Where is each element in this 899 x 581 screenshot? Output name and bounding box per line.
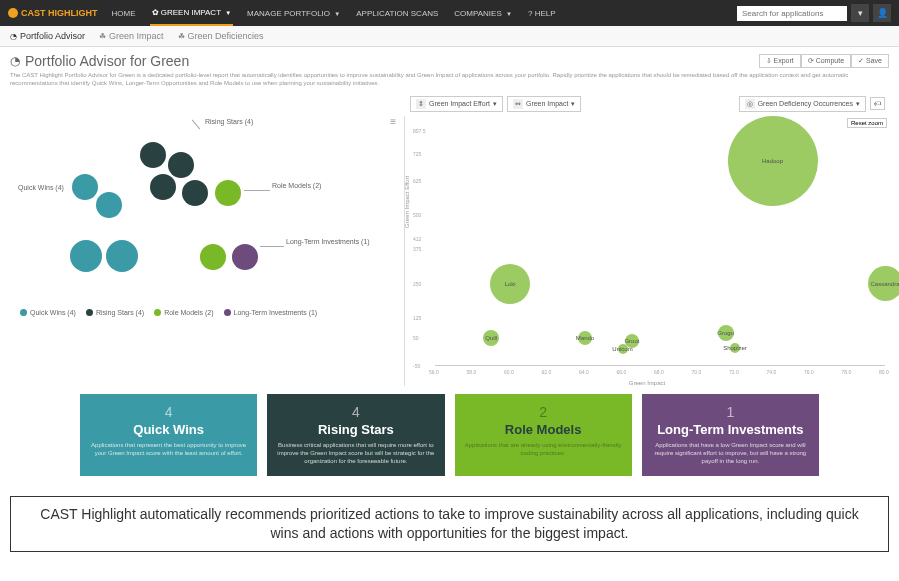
nav-help[interactable]: ? HELP (526, 2, 558, 25)
tab-portfolio-advisor[interactable]: ◔Portfolio Advisor (10, 31, 85, 41)
top-right-controls: ▾ 👤 (737, 4, 891, 22)
x-axis-selector[interactable]: ⇕Green Impact Effort ▾ (410, 96, 503, 112)
nav-app-scans[interactable]: APPLICATION SCANS (354, 2, 440, 25)
card-count: 2 (463, 404, 624, 420)
bubble-rising-star[interactable] (140, 142, 166, 168)
bubble-rising-star[interactable] (150, 174, 176, 200)
bubble-quick-win[interactable] (70, 240, 102, 272)
export-button[interactable]: ⇩ Export (759, 54, 801, 68)
search-input[interactable] (737, 6, 847, 21)
tab-green-deficiencies[interactable]: ☘Green Deficiencies (178, 31, 264, 41)
bubble-quick-win[interactable] (106, 240, 138, 272)
plot-area[interactable]: HadoopLokiCassandraQuillMandoGrootUnicom… (435, 120, 885, 366)
card-desc: Applications that are already using envi… (463, 441, 624, 458)
x-tick: 60.0 (504, 369, 514, 375)
page-description: The CAST Highlight Portfolio Advisor for… (10, 72, 889, 88)
card-count: 1 (650, 404, 811, 420)
save-button[interactable]: ✓ Save (851, 54, 889, 68)
nav-companies[interactable]: COMPANIES ▼ (452, 2, 514, 25)
role-models-label: Role Models (2) (272, 182, 321, 189)
card-desc: Applications that represent the best opp… (88, 441, 249, 458)
size-selector[interactable]: ◎Green Deficiency Occurrences ▾ (739, 96, 866, 112)
card-title: Long-Term Investments (650, 422, 811, 437)
x-tick: 58.0 (467, 369, 477, 375)
y-tick: 50 (413, 335, 419, 341)
card-count: 4 (275, 404, 436, 420)
compute-button[interactable]: ⟳ Compute (801, 54, 851, 68)
x-tick: 78.0 (842, 369, 852, 375)
axis-icon: ⇔ (513, 99, 523, 109)
title-buttons: ⇩ Export ⟳ Compute ✓ Save (759, 54, 889, 68)
quick-wins-label: Quick Wins (4) (18, 184, 64, 191)
x-tick: 68.0 (654, 369, 664, 375)
leaf-icon: ✿ (152, 8, 159, 17)
bubble-role-model[interactable] (215, 180, 241, 206)
y-tick: 412 (413, 236, 421, 242)
x-tick: 76.0 (804, 369, 814, 375)
top-nav: HOME ✿ GREEN IMPACT ▼ MANAGE PORTFOLIO ▼… (110, 1, 558, 26)
card-rising-stars[interactable]: 4 Rising Stars Business critical applica… (267, 394, 444, 476)
x-tick: 74.0 (767, 369, 777, 375)
top-bar: CAST HIGHLIGHT HOME ✿ GREEN IMPACT ▼ MAN… (0, 0, 899, 26)
bubble-quick-win[interactable] (96, 192, 122, 218)
main-content: ◔Portfolio Advisor for Green ⇩ Export ⟳ … (0, 47, 899, 490)
help-icon: ? (528, 9, 532, 18)
caption-box: CAST Highlight automatically recommends … (10, 496, 889, 552)
leaf-icon: ☘ (178, 32, 185, 41)
bubble-quick-win[interactable] (72, 174, 98, 200)
chevron-down-icon: ▼ (506, 11, 512, 17)
scatter-point-shopizer[interactable]: Shopizer (730, 343, 740, 353)
bubble-long-term[interactable] (232, 244, 258, 270)
x-tick: 70.0 (692, 369, 702, 375)
brand-logo-icon (8, 8, 18, 18)
nav-green-impact[interactable]: ✿ GREEN IMPACT ▼ (150, 1, 234, 26)
y-axis-selector[interactable]: ⇔Green Impact ▾ (507, 96, 581, 112)
scatter-point-cassandra[interactable]: Cassandra (868, 266, 900, 301)
card-title: Rising Stars (275, 422, 436, 437)
x-tick: 72.0 (729, 369, 739, 375)
tag-selector[interactable]: 🏷 (870, 97, 885, 110)
card-quick-wins[interactable]: 4 Quick Wins Applications that represent… (80, 394, 257, 476)
card-role-models[interactable]: 2 Role Models Applications that are alre… (455, 394, 632, 476)
card-title: Role Models (463, 422, 624, 437)
x-axis-label: Green Impact (629, 380, 665, 386)
bubble-rising-star[interactable] (168, 152, 194, 178)
bubble-cluster-chart: ≡ Rising Stars (4) Role Models (2) Quick… (10, 116, 400, 316)
nav-home[interactable]: HOME (110, 2, 138, 25)
scatter-point-hadoop[interactable]: Hadoop (728, 116, 818, 206)
long-term-label: Long-Term Investments (1) (286, 238, 370, 245)
card-desc: Applications that have a low Green Impac… (650, 441, 811, 466)
y-tick: 250 (413, 281, 421, 287)
bubble-rising-star[interactable] (182, 180, 208, 206)
x-tick: 56.0 (429, 369, 439, 375)
scatter-point-grogu[interactable]: Grogu (718, 325, 734, 341)
card-title: Quick Wins (88, 422, 249, 437)
y-tick: 500 (413, 212, 421, 218)
legend-rising-stars[interactable]: Rising Stars (4) (86, 309, 144, 316)
y-tick: 725 (413, 151, 421, 157)
card-long-term[interactable]: 1 Long-Term Investments Applications tha… (642, 394, 819, 476)
scatter-point-quill[interactable]: Quill (483, 330, 499, 346)
summary-cards: 4 Quick Wins Applications that represent… (10, 386, 889, 484)
scatter-chart: Reset zoom Green Impact Effort Green Imp… (404, 116, 889, 386)
legend-quick-wins[interactable]: Quick Wins (4) (20, 309, 76, 316)
chart-menu-icon[interactable]: ≡ (390, 116, 396, 127)
scatter-point-unicom[interactable]: Unicom (618, 344, 628, 354)
user-icon[interactable]: 👤 (873, 4, 891, 22)
axis-icon: ⇕ (416, 99, 426, 109)
y-tick: 125 (413, 315, 421, 321)
legend-long-term[interactable]: Long-Term Investments (1) (224, 309, 318, 316)
y-tick: -50 (413, 363, 420, 369)
legend-role-models[interactable]: Role Models (2) (154, 309, 213, 316)
scatter-point-mando[interactable]: Mando (578, 331, 592, 345)
nav-manage-portfolio[interactable]: MANAGE PORTFOLIO ▼ (245, 2, 342, 25)
filter-icon[interactable]: ▾ (851, 4, 869, 22)
y-tick: 625 (413, 178, 421, 184)
scatter-point-loki[interactable]: Loki (490, 264, 530, 304)
bubble-role-model[interactable] (200, 244, 226, 270)
brand-logo-text: CAST HIGHLIGHT (8, 8, 98, 19)
x-tick: 80.0 (879, 369, 889, 375)
y-axis-label: Green Impact Effort (404, 175, 410, 227)
tab-green-impact[interactable]: ☘Green Impact (99, 31, 164, 41)
card-desc: Business critical applications that will… (275, 441, 436, 466)
